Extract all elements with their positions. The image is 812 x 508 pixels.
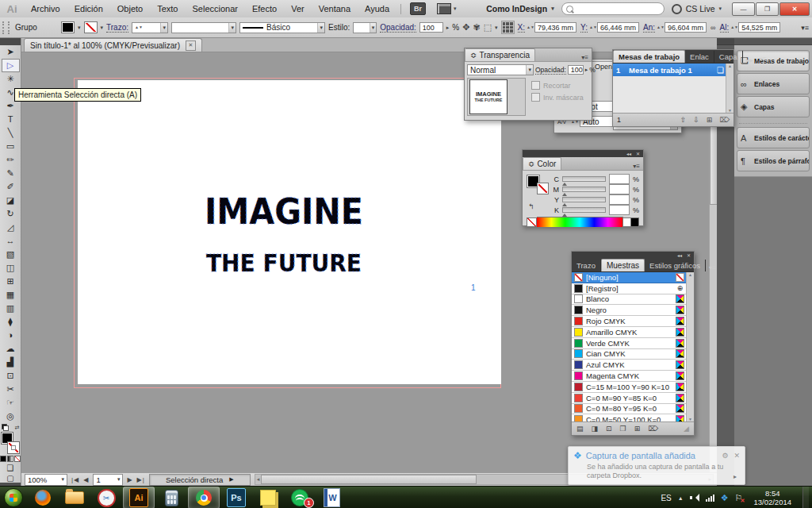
chevron-down-icon[interactable]: ▾ — [101, 25, 104, 31]
opacity-step-icon[interactable]: ▸ — [585, 67, 588, 73]
stroke-color-swatch[interactable] — [84, 21, 98, 33]
scroll-left-icon[interactable]: ◂ — [255, 476, 262, 483]
horizontal-scroll-thumb[interactable] — [261, 475, 477, 484]
tab-layers[interactable]: Capa — [714, 51, 743, 63]
graphic-style-combo[interactable]: ▾ — [353, 22, 377, 33]
opacity-step-icon[interactable]: ▸ — [446, 25, 450, 31]
swatches-scrollbar[interactable]: ▲ ▼ — [686, 272, 694, 421]
mesh-tool[interactable]: ▦ — [2, 288, 20, 302]
value-stepper[interactable]: ▲▼ — [589, 25, 596, 29]
chevron-down-icon[interactable]: ▾ — [78, 25, 81, 31]
menu-ayuda[interactable]: Ayuda — [358, 4, 396, 13]
transform-value[interactable]: 79,436 mm — [534, 22, 576, 33]
menu-archivo[interactable]: Archivo — [24, 4, 67, 13]
volume-icon[interactable] — [690, 494, 699, 502]
shape-builder-tool[interactable]: ◫ — [2, 261, 20, 275]
first-artboard-icon[interactable]: |◀ — [71, 476, 79, 483]
menu-texto[interactable]: Texto — [150, 4, 185, 13]
tab-swatches[interactable]: Muestras — [601, 259, 645, 271]
notification-more-icon[interactable]: ▸ — [733, 473, 737, 480]
search-input[interactable] — [561, 2, 665, 15]
hand-tool[interactable]: ☞ — [2, 396, 20, 410]
tab-links[interactable]: Enlac — [685, 51, 714, 63]
opacity-label[interactable]: Opacidad: — [535, 66, 566, 75]
tabs-overflow-icon[interactable]: ▶▶ — [743, 57, 756, 63]
swatch-row-verde-cmyk[interactable]: Verde CMYK — [572, 338, 687, 349]
stroke-swatch[interactable] — [7, 441, 20, 454]
fill-stroke-proxy[interactable] — [527, 175, 550, 198]
swatch-row-c-0-m-50-y-100-k-0[interactable]: C=0 M=50 Y=100 K=0 — [572, 414, 687, 421]
swatch-row-c-15-m-100-y-90-k-10[interactable]: C=15 M=100 Y=90 K=10 — [572, 382, 687, 393]
dock-grip[interactable] — [734, 38, 812, 45]
taskbar-firefox[interactable] — [28, 487, 58, 508]
eraser-tool[interactable]: ◪ — [2, 194, 20, 207]
taskbar-explorer[interactable] — [59, 487, 90, 508]
screen-mode-button[interactable]: ▢ — [6, 474, 13, 483]
dropbox-notification[interactable]: ❖ Captura de pantalla añadida ⚙ ✕ Se ha … — [568, 446, 745, 485]
taskbar-spotify[interactable]: 1 — [285, 487, 315, 508]
select-similar-icon[interactable]: ✥ — [462, 22, 469, 33]
color-tab[interactable]: ≎ Color — [523, 157, 561, 170]
menu-seleccionar[interactable]: Seleccionar — [185, 4, 244, 13]
magic-wand-tool[interactable]: ✳ — [2, 72, 20, 86]
taskbar-illustrator[interactable]: Ai — [123, 487, 155, 508]
artboard-nav-select[interactable]: 1 ▾ — [93, 474, 123, 486]
revert-icon[interactable]: ↰ — [528, 202, 534, 210]
tab-artboards[interactable]: Mesas de trabajo — [613, 50, 685, 63]
close-icon[interactable]: ✕ — [733, 452, 740, 460]
taskbar-photoshop[interactable]: Ps — [221, 487, 251, 508]
new-color-group-icon[interactable]: ❐ — [620, 425, 626, 433]
taskbar-clock[interactable]: 8:54 13/02/2014 — [749, 489, 796, 506]
transform-label[interactable]: X: — [518, 23, 525, 33]
new-artboard-icon[interactable]: ⊞ — [707, 116, 713, 124]
panel-menu-icon[interactable]: ▾≡ — [756, 56, 770, 63]
scale-tool[interactable]: ◿ — [2, 221, 20, 234]
line-segment-tool[interactable]: ╲ — [2, 126, 20, 140]
artwork-text[interactable]: IMAGINE THE FUTURE — [200, 183, 368, 286]
channel-slider[interactable] — [562, 187, 606, 192]
value-stepper[interactable]: ▲▼ — [657, 25, 663, 29]
arrange-documents-button[interactable]: ▾ — [437, 3, 457, 14]
zoom-level-select[interactable]: 100% ▾ — [25, 474, 67, 486]
column-graph-tool[interactable]: ▟ — [2, 356, 20, 369]
gradient-mode-button[interactable] — [7, 456, 13, 462]
invert-mask-checkbox[interactable] — [531, 93, 540, 102]
dock-item-estilos-de-parrafo[interactable]: ¶Estilos de párrafo — [737, 150, 810, 171]
black-swatch[interactable] — [631, 217, 639, 227]
default-swap-colors[interactable]: ⇄ — [2, 424, 20, 431]
symbol-sprayer-tool[interactable]: ☁ — [2, 342, 20, 356]
brush-definition-combo[interactable]: Básico ▾ — [239, 22, 325, 33]
color-mode-button[interactable] — [0, 456, 6, 462]
pencil-tool[interactable]: ✎ — [2, 167, 20, 180]
opacity-value-field[interactable]: 100 — [419, 22, 443, 33]
swatch-row--registro-[interactable]: [Registro]⊕ — [572, 283, 687, 294]
reference-point-selector[interactable] — [501, 21, 515, 34]
link-dimensions-icon[interactable]: ∞ — [710, 24, 715, 32]
bridge-button[interactable]: Br — [410, 2, 426, 15]
taskbar-snipping-tool[interactable]: ✂ — [91, 487, 121, 508]
status-menu-icon[interactable]: ▶ — [229, 476, 233, 483]
menu-ventana[interactable]: Ventana — [312, 4, 358, 13]
tab-stroke[interactable]: Trazo — [572, 260, 601, 271]
last-artboard-icon[interactable]: ▶| — [137, 476, 145, 483]
selection-tool[interactable]: ➤ — [2, 45, 20, 59]
close-icon[interactable]: ✕ — [687, 252, 691, 258]
panel-menu-icon[interactable]: ▾≡ — [706, 264, 719, 271]
artboard-tool[interactable]: ⊡ — [2, 369, 20, 383]
cs-live-button[interactable]: CS Live ▾ — [672, 4, 722, 14]
tools-panel-grip[interactable] — [0, 38, 21, 45]
swatch-row-cian-cmyk[interactable]: Cian CMYK — [572, 349, 687, 360]
transform-label[interactable]: Al: — [720, 23, 730, 33]
clip-checkbox[interactable] — [531, 81, 540, 90]
move-down-icon[interactable]: ⇩ — [693, 116, 699, 124]
rectangle-tool[interactable]: ▭ — [2, 140, 20, 153]
dock-item-estilos-de-caracter[interactable]: AEstilos de carácter — [737, 127, 810, 148]
collapse-icon[interactable]: ◂◂ — [677, 252, 682, 258]
swatch-row-blanco[interactable]: Blanco — [572, 294, 687, 306]
invert-mask-checkbox-row[interactable]: Inv. máscara — [531, 93, 584, 102]
transform-value[interactable]: 96,604 mm — [665, 22, 707, 33]
perspective-grid-tool[interactable]: ⊞ — [2, 275, 20, 288]
channel-slider[interactable] — [562, 207, 606, 213]
dock-strip-grip[interactable] — [717, 38, 734, 45]
swatch-kinds-icon[interactable]: ◨ — [592, 425, 599, 433]
